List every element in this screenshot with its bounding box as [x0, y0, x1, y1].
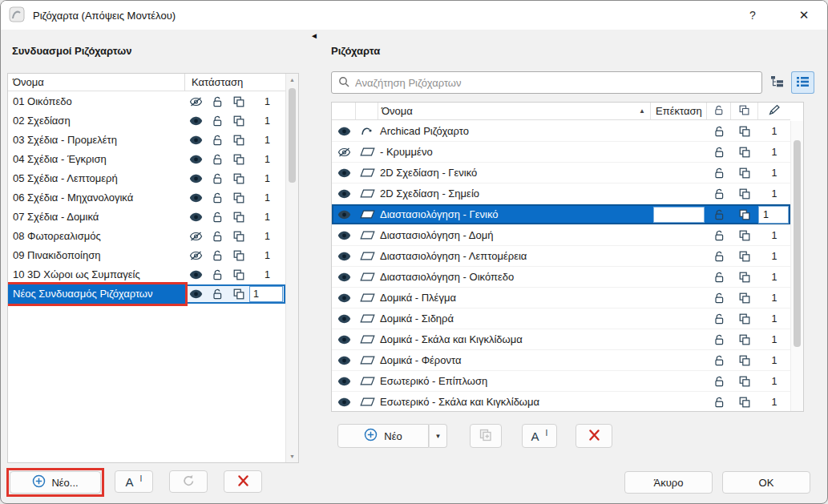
layer-combination-row[interactable]: 04 Σχέδια - Έγκριση 1 [8, 150, 285, 169]
layer-group-icon[interactable] [228, 131, 249, 150]
intersection-number[interactable]: 1 [249, 173, 285, 184]
layer-combination-row[interactable]: 07 Σχέδια - Δομικά 1 [8, 208, 285, 227]
column-header-layer-icon[interactable] [356, 103, 378, 119]
layer-group-icon[interactable] [228, 208, 249, 227]
intersection-number[interactable]: 1 [758, 371, 790, 391]
intersection-number[interactable]: 1 [758, 350, 790, 370]
visibility-eye-icon[interactable] [332, 225, 356, 245]
layer-name[interactable]: Archicad Ριζόχαρτο [378, 125, 651, 137]
layer-name[interactable]: Διαστασιολόγηση - Γενικό [378, 208, 651, 220]
new-extension-button[interactable] [470, 424, 502, 448]
lock-icon[interactable] [707, 392, 731, 411]
layer-group-icon[interactable] [228, 227, 249, 246]
layer-group-icon[interactable] [228, 150, 249, 169]
lock-icon[interactable] [207, 265, 228, 284]
combination-name[interactable]: 08 Φωτορεαλισμός [8, 227, 185, 246]
layer-group-icon[interactable] [228, 169, 249, 188]
combination-name[interactable]: Νέος Συνδυασμός Ριζόχαρτων [8, 284, 185, 304]
intersection-number[interactable]: 1 [758, 183, 790, 204]
intersection-number[interactable]: 1 [249, 212, 285, 223]
visibility-eye-icon[interactable] [332, 329, 356, 349]
layer-combination-row[interactable]: 05 Σχέδια - Λεπτομερή 1 [8, 169, 285, 188]
layer-row[interactable]: Εσωτερικό - Επίπλωση 1 [332, 371, 790, 392]
layer-group-icon[interactable] [228, 284, 249, 304]
intersection-number[interactable]: 1 [758, 308, 790, 329]
layer-group-icon[interactable] [228, 188, 249, 208]
intersection-number[interactable]: 1 [758, 142, 790, 162]
layer-group-icon[interactable] [731, 329, 758, 349]
new-combination-button[interactable]: Νέο... [10, 471, 101, 494]
lock-icon[interactable] [707, 121, 731, 141]
intersection-number[interactable]: 1 [758, 329, 790, 349]
column-header-group[interactable] [731, 103, 758, 119]
visibility-eye-icon[interactable] [332, 267, 356, 287]
layer-combination-row[interactable]: 01 Οικόπεδο 1 [8, 92, 285, 111]
layer-group-icon[interactable] [228, 92, 249, 111]
intersection-number[interactable]: 1 [249, 96, 285, 107]
layer-row[interactable]: 2D Σχεδίαση - Σημείο 1 [332, 183, 790, 204]
layer-name[interactable]: Δομικά - Σιδηρά [378, 312, 651, 325]
intersection-number[interactable]: 1 [758, 288, 790, 308]
layer-row[interactable]: Εσωτερικό - Σκάλα και Κιγκλίδωμα 1 [332, 392, 790, 411]
layer-row[interactable]: Δομικά - Πλέγμα 1 [332, 288, 790, 308]
lock-icon[interactable] [707, 163, 731, 183]
layer-row[interactable]: 2D Σχεδίαση - Γενικό 1 [332, 163, 790, 183]
lock-icon[interactable] [707, 225, 731, 245]
visibility-eye-icon[interactable] [185, 92, 207, 111]
delete-layer-button[interactable] [576, 424, 612, 448]
layer-row[interactable]: Διαστασιολόγηση - Γενικό 1 [332, 204, 790, 225]
visibility-eye-icon[interactable] [185, 131, 207, 150]
lock-icon[interactable] [207, 150, 228, 169]
intersection-number[interactable]: 1 [758, 121, 790, 141]
visibility-eye-icon[interactable] [332, 163, 356, 183]
lock-icon[interactable] [707, 183, 731, 204]
layer-name[interactable]: Δομικά - Φέροντα [378, 354, 651, 366]
layer-row[interactable]: Δομικά - Σιδηρά 1 [332, 308, 790, 329]
layer-name[interactable]: Εσωτερικό - Σκάλα και Κιγκλίδωμα [378, 396, 651, 408]
layer-group-icon[interactable] [731, 371, 758, 391]
visibility-eye-icon[interactable] [332, 121, 356, 141]
rename-layer-button[interactable]: AΙ [522, 424, 557, 448]
visibility-eye-icon[interactable] [185, 246, 207, 265]
intersection-number[interactable]: 1 [249, 269, 285, 280]
layer-row[interactable]: Διαστασιολόγηση - Οικόπεδο 1 [332, 267, 790, 288]
visibility-eye-icon[interactable] [332, 288, 356, 308]
chevron-down-icon[interactable]: ▼ [429, 424, 447, 448]
layer-group-icon[interactable] [731, 142, 758, 162]
layer-group-icon[interactable] [731, 163, 758, 183]
layer-extension[interactable] [651, 207, 707, 223]
intersection-number[interactable]: 1 [758, 246, 790, 266]
layer-combination-row[interactable]: 03 Σχέδια - Προμελέτη 1 [8, 131, 285, 150]
lock-icon[interactable] [707, 267, 731, 287]
intersection-number[interactable]: 1 [758, 392, 790, 411]
layer-name[interactable]: 2D Σχεδίαση - Γενικό [378, 167, 651, 179]
combination-name[interactable]: 05 Σχέδια - Λεπτομερή [8, 169, 185, 188]
visibility-eye-icon[interactable] [332, 392, 356, 411]
intersection-number[interactable]: 1 [249, 135, 285, 146]
intersection-number[interactable]: 1 [758, 267, 790, 287]
lock-icon[interactable] [207, 131, 228, 150]
intersection-number[interactable]: 1 [249, 192, 285, 204]
visibility-eye-icon[interactable] [332, 183, 356, 204]
lock-icon[interactable] [707, 204, 731, 224]
column-header-visibility[interactable] [332, 103, 356, 119]
lock-icon[interactable] [207, 188, 228, 208]
combination-name[interactable]: 02 Σχεδίαση [8, 111, 185, 131]
column-header-pen[interactable] [758, 103, 790, 119]
layer-row[interactable]: - Κρυμμένο 1 [332, 142, 790, 163]
lock-icon[interactable] [207, 92, 228, 111]
intersection-number[interactable]: 1 [249, 115, 285, 127]
layer-name[interactable]: Εσωτερικό - Επίπλωση [378, 375, 651, 387]
intersection-number[interactable]: 1 [758, 225, 790, 245]
visibility-eye-icon[interactable] [185, 265, 207, 284]
visibility-eye-icon[interactable] [185, 284, 207, 304]
help-button[interactable]: ? [739, 1, 766, 30]
visibility-eye-icon[interactable] [332, 308, 356, 329]
combination-name[interactable]: 09 Πινακιδοποίηση [8, 246, 185, 265]
layer-name[interactable]: Διαστασιολόγηση - Λεπτομέρεια [378, 250, 651, 262]
layer-group-icon[interactable] [228, 246, 249, 265]
layer-group-icon[interactable] [228, 265, 249, 284]
layer-row[interactable]: Διαστασιολόγηση - Δομή 1 [332, 225, 790, 246]
combination-name[interactable]: 10 3D Χώροι ως Συμπαγείς [8, 265, 185, 284]
layer-name[interactable]: Δομικά - Σκάλα και Κιγκλίδωμα [378, 333, 651, 345]
